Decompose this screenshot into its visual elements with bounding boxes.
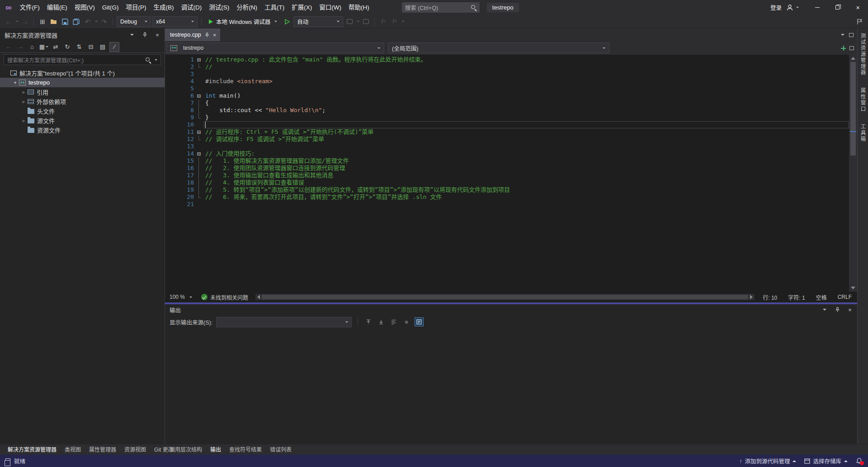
scroll-right-icon[interactable] [750,295,753,299]
code-text[interactable]: } [204,114,849,121]
menu-item[interactable]: 文件(F) [16,0,43,15]
bookmark-chevron-icon[interactable] [402,21,405,22]
hot-reload-chevron-icon[interactable] [357,21,359,22]
code-line[interactable]: 18// 4. 使用错误列表窗口查看错误 [165,179,849,186]
code-text[interactable]: // 入门使用技巧: [204,150,849,157]
tree-item[interactable]: ▾++testrepo [0,78,165,87]
home-icon[interactable]: ⌂ [27,42,37,52]
select-repository-button[interactable]: 选择存储库 [804,457,848,465]
open-file-button[interactable] [49,16,59,27]
toggle-bookmark-button[interactable]: ⚐ [378,16,388,27]
code-text[interactable]: // 1. 使用解决方案资源管理器窗口添加/管理文件 [204,157,849,165]
code-line[interactable]: 11⊟// 运行程序: Ctrl + F5 或调试 >“开始执行(不调试)”菜单 [165,128,849,136]
tree-item[interactable]: ▹外部依赖项 [0,97,165,106]
project-scope-dropdown[interactable]: ++ testrepo [166,42,384,53]
tab-options-icon[interactable] [849,33,854,37]
rail-tab[interactable]: 属性窗口 [859,88,867,112]
fold-collapse-icon[interactable]: ⊟ [197,130,201,135]
code-text[interactable] [204,85,849,92]
quick-search-box[interactable]: 搜索 (Ctrl+Q) [402,2,480,13]
bottom-tab[interactable]: 属性管理器 [85,444,120,455]
code-line[interactable]: 15// 1. 使用解决方案资源管理器窗口添加/管理文件 [165,157,849,165]
code-text[interactable]: { [204,99,849,107]
code-line[interactable]: 5 [165,85,849,92]
restore-button[interactable] [827,0,848,15]
expand-arrow-icon[interactable]: ▹ [20,99,28,104]
background-tasks-icon[interactable] [5,458,10,463]
scroll-down-icon[interactable] [851,287,855,289]
tree-item[interactable]: ▹源文件 [0,116,165,125]
menu-item[interactable]: 测试(S) [205,0,233,15]
menu-item[interactable]: Git(G) [99,0,123,15]
rail-tab[interactable]: 测试资源管理器 [859,33,867,76]
bottom-tab[interactable]: 解决方案资源管理器 [4,444,61,455]
new-project-button[interactable]: ⊞ [38,16,47,27]
code-line[interactable]: 20// 6. 将来，若要再次打开此项目，请转到“文件”>“打开”>“项目”并选… [165,193,849,201]
account-avatar-icon[interactable] [786,4,799,11]
horizontal-scrollbar[interactable] [255,294,755,300]
code-line[interactable]: 10 [165,121,849,128]
fold-collapse-icon[interactable]: ⊟ [197,151,201,156]
code-text[interactable] [204,71,849,78]
previous-bookmark-button[interactable]: ⚐ [390,16,400,27]
sign-in-button[interactable]: 登录 [770,3,782,12]
code-line[interactable]: 17// 3. 使用输出窗口查看生成输出和其他消息 [165,172,849,179]
code-text[interactable]: std::cout << "Hello World!\n"; [204,107,849,114]
navigate-backward-button[interactable]: ← [4,16,14,27]
switch-views-icon[interactable]: ▦ [39,42,49,52]
vertical-scrollbar[interactable] [849,55,857,292]
word-wrap-button[interactable]: ≡ [402,317,411,326]
fold-collapse-icon[interactable]: ⊟ [197,57,201,62]
bottom-tab[interactable]: 资源视图 [120,444,150,455]
horizontal-scroll-track[interactable] [262,294,748,300]
scroll-up-icon[interactable] [851,57,855,60]
code-text[interactable] [204,143,849,150]
code-line[interactable]: 8 std::cout << "Hello World!\n"; [165,107,849,114]
code-text[interactable]: // 5. 转到“项目”>“添加新项”以创建新的代码文件，或转到“项目”>“添加… [204,186,849,193]
code-line[interactable]: 14⊟// 入门使用技巧: [165,150,849,157]
bottom-tab[interactable]: 错误列表 [266,444,296,455]
add-to-source-control-button[interactable]: ↑ 添加到源代码管理 [739,457,796,465]
notifications-button[interactable] [856,458,863,464]
search-options-chevron-icon[interactable] [155,59,157,61]
auto-hide-pin-button[interactable] [834,306,841,313]
code-text[interactable]: // 2. 使用团队资源管理器窗口连接到源代码管理 [204,165,849,172]
tree-item[interactable]: 解决方案"testrepo"(1 个项目/共 1 个) [0,68,165,78]
close-tab-icon[interactable]: × [213,32,217,38]
expand-arrow-icon[interactable]: ▹ [20,90,28,94]
minimize-button[interactable] [807,0,827,15]
line-ending-indicator[interactable]: CRLF [832,294,857,300]
redo-button[interactable]: ↷ [99,16,109,27]
send-feedback-button[interactable] [854,16,864,27]
code-line[interactable]: 12// 调试程序: F5 或调试 >“开始调试”菜单 [165,136,849,143]
fold-gutter[interactable]: ⊟ [194,150,204,157]
save-button[interactable] [60,16,70,27]
solution-platform-dropdown[interactable]: x64 [152,16,198,27]
fold-collapse-icon[interactable]: ⊟ [197,94,201,99]
tree-item[interactable]: 资源文件 [0,125,165,135]
code-line[interactable]: 16// 2. 使用团队资源管理器窗口连接到源代码管理 [165,165,849,172]
start-without-debugging-button[interactable] [282,16,292,27]
document-list-chevron-icon[interactable] [841,34,844,36]
navigate-history-chevron-icon[interactable] [16,21,19,22]
code-text[interactable]: // 运行程序: Ctrl + F5 或调试 >“开始执行(不调试)”菜单 [204,128,849,136]
fold-gutter[interactable]: ⊟ [194,56,204,63]
window-position-button[interactable] [128,31,136,38]
code-text[interactable] [204,121,849,128]
rail-tab[interactable]: 工具箱 [859,124,867,142]
code-line[interactable]: 21 [165,201,849,208]
bottom-tab[interactable]: 调用层次结构 [165,444,206,455]
auto-hide-pin-button[interactable] [141,31,148,38]
bottom-tab[interactable]: 输出 [206,444,225,455]
bottom-tab[interactable]: 查找符号结果 [225,444,266,455]
menu-item[interactable]: 视图(V) [71,0,99,15]
code-line[interactable]: 7{ [165,99,849,107]
undo-button[interactable]: ↶ [83,16,93,27]
code-text[interactable]: // 4. 使用错误列表窗口查看错误 [204,179,849,186]
fold-gutter[interactable]: ⊟ [194,92,204,99]
code-editor[interactable]: 1⊟// testrepo.cpp : 此文件包含 "main" 函数。程序执行… [165,55,857,292]
close-panel-button[interactable]: × [846,306,854,313]
vertical-scroll-thumb[interactable] [850,62,856,156]
menu-item[interactable]: 调试(D) [178,0,206,15]
collapse-arrow-icon[interactable]: ▾ [11,80,19,85]
